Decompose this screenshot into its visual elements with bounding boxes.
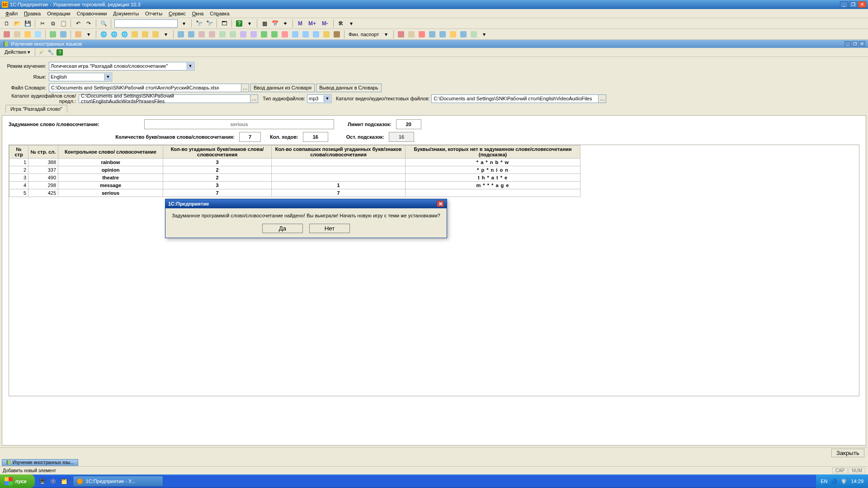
- wand-icon[interactable]: 🪄: [38, 49, 45, 56]
- tb2-icon[interactable]: [3, 30, 11, 38]
- table-row[interactable]: 1388rainbow3* a * n b * w: [9, 159, 580, 166]
- globe-icon[interactable]: 🌐: [110, 30, 118, 38]
- quicklaunch-icon[interactable]: 🖥️: [38, 477, 47, 485]
- quicklaunch-icon[interactable]: 🗂️: [60, 477, 68, 485]
- quicklaunch-ie-icon[interactable]: ⓔ: [49, 477, 57, 485]
- dialog-close[interactable]: ✕: [437, 201, 444, 207]
- dropdown-icon[interactable]: ▾: [245, 19, 254, 28]
- tb2-icon[interactable]: [281, 30, 289, 38]
- menu-windows[interactable]: Окна: [189, 10, 207, 17]
- globe-icon[interactable]: 🌐: [99, 30, 108, 38]
- fin-passport-label[interactable]: Фин. паспорт: [348, 32, 380, 37]
- tray-icon[interactable]: 🛡️: [841, 479, 847, 484]
- tb2-icon[interactable]: [74, 30, 82, 38]
- tb2-icon[interactable]: [177, 30, 185, 38]
- tb2-icon[interactable]: [459, 30, 467, 38]
- tb2-icon[interactable]: [151, 30, 160, 38]
- tb2-icon[interactable]: [428, 30, 436, 38]
- restore-button[interactable]: ❐: [849, 1, 857, 8]
- new-icon[interactable]: 🗋: [3, 19, 11, 28]
- paste-icon[interactable]: 📋: [59, 19, 67, 28]
- menu-operations[interactable]: Операции: [44, 10, 73, 17]
- filter-icon[interactable]: 🔧: [47, 49, 54, 56]
- help-icon[interactable]: ?: [56, 49, 63, 56]
- m-button[interactable]: M: [296, 19, 304, 28]
- tb2-icon[interactable]: [239, 30, 247, 38]
- menu-file[interactable]: Файл: [3, 10, 20, 17]
- tb2-icon[interactable]: [187, 30, 195, 38]
- game-tab[interactable]: Игра "Разгадай слово": [5, 105, 67, 113]
- start-button[interactable]: пуск: [0, 474, 35, 488]
- menu-reports[interactable]: Отчеты: [142, 10, 165, 17]
- mdi-tab[interactable]: 📗 Изучение иностранных язы...: [2, 459, 78, 466]
- tools-icon[interactable]: 🛠: [337, 19, 345, 28]
- browse-button[interactable]: …: [598, 94, 606, 103]
- audio-type-combo[interactable]: mp3 ▼: [307, 94, 331, 103]
- m-minus-button[interactable]: M-: [320, 19, 330, 28]
- actions-menu[interactable]: Действия ▾: [3, 49, 32, 56]
- col-header[interactable]: Контрольное слово/ словосочетание: [58, 145, 163, 159]
- col-header[interactable]: № стр. сл.: [28, 145, 58, 159]
- undo-icon[interactable]: ↶: [74, 19, 82, 28]
- menu-edit[interactable]: Правка: [21, 10, 43, 17]
- tb2-icon[interactable]: [270, 30, 278, 38]
- cut-icon[interactable]: ✂: [38, 19, 47, 28]
- tb2-icon[interactable]: [13, 30, 21, 38]
- open-icon[interactable]: 📂: [13, 19, 21, 28]
- tb2-icon[interactable]: [449, 30, 457, 38]
- mode-combo[interactable]: Логическая игра "Разгадай слово/словосоч…: [49, 62, 194, 70]
- dropdown-icon[interactable]: ▾: [180, 19, 188, 28]
- tb2-icon[interactable]: [198, 30, 206, 38]
- tray-icon[interactable]: 🔵: [831, 479, 837, 484]
- tb2-icon[interactable]: [312, 30, 320, 38]
- menu-service[interactable]: Сервис: [166, 10, 189, 17]
- taskbar-app[interactable]: 🟠 1С:Предприятие - У...: [73, 476, 163, 487]
- chevron-down-icon[interactable]: ▼: [187, 63, 193, 70]
- tb2-icon[interactable]: [250, 30, 258, 38]
- tb2-icon[interactable]: [49, 30, 57, 38]
- window-icon[interactable]: 🗔: [220, 19, 228, 28]
- col-header[interactable]: Кол-во угаданных букв/знаков слова/слово…: [163, 145, 272, 159]
- help-icon[interactable]: ?: [235, 19, 243, 28]
- clock[interactable]: 14:29: [851, 479, 863, 484]
- tb2-icon[interactable]: [260, 30, 268, 38]
- col-header[interactable]: Кол-во совпавших позиций угаданных букв/…: [272, 145, 406, 159]
- audio-cat-input[interactable]: C:\Documents and Settings\SNK\Рабочий ст…: [79, 94, 250, 103]
- tb2-icon[interactable]: [24, 30, 32, 38]
- browse-button[interactable]: …: [250, 94, 258, 103]
- tb2-icon[interactable]: [397, 30, 405, 38]
- table-row[interactable]: 5425serious77: [9, 189, 580, 197]
- childwin-restore[interactable]: ❐: [852, 41, 858, 47]
- tb2-icon[interactable]: [208, 30, 216, 38]
- import-button[interactable]: Ввод данных из Словаря: [250, 84, 315, 92]
- col-header[interactable]: № стр: [9, 145, 28, 159]
- save-icon[interactable]: 💾: [24, 19, 32, 28]
- chevron-down-icon[interactable]: ▼: [324, 95, 330, 102]
- menu-directories[interactable]: Справочники: [74, 10, 110, 17]
- guess-field[interactable]: serious: [144, 119, 334, 129]
- binoculars-icon[interactable]: 🔭: [195, 19, 203, 28]
- tb2-icon[interactable]: ▾: [162, 30, 170, 38]
- dropdown-icon[interactable]: ▾: [382, 30, 390, 38]
- hint-limit-field[interactable]: 20: [396, 119, 421, 129]
- tb2-icon[interactable]: [322, 30, 330, 38]
- table-icon[interactable]: ▦: [260, 19, 269, 28]
- search-input[interactable]: [114, 19, 178, 28]
- tb2-icon[interactable]: [439, 30, 447, 38]
- tb2-icon[interactable]: [141, 30, 149, 38]
- globe-icon[interactable]: 🌐: [120, 30, 128, 38]
- tb2-icon[interactable]: [229, 30, 237, 38]
- tb2-icon[interactable]: [131, 30, 139, 38]
- dict-input[interactable]: C:\Documents and Settings\SNK\Рабочий ст…: [49, 84, 241, 92]
- export-button[interactable]: Вывод данных в Словарь: [316, 84, 382, 92]
- find-icon[interactable]: 🔍: [99, 19, 108, 28]
- redo-icon[interactable]: ↷: [85, 19, 93, 28]
- table-row[interactable]: 2337opinion2* p * n i o n: [9, 166, 580, 174]
- tb2-icon[interactable]: [333, 30, 341, 38]
- media-cat-input[interactable]: C:\Documents and Settings\SNK\Рабочий ст…: [431, 94, 599, 103]
- tb2-icon[interactable]: [34, 30, 42, 38]
- dropdown-icon[interactable]: ▾: [347, 19, 355, 28]
- dropdown-icon[interactable]: ▾: [480, 30, 488, 38]
- table-row[interactable]: 4298message31m * * * a g e: [9, 182, 580, 189]
- m-plus-button[interactable]: M+: [307, 19, 318, 28]
